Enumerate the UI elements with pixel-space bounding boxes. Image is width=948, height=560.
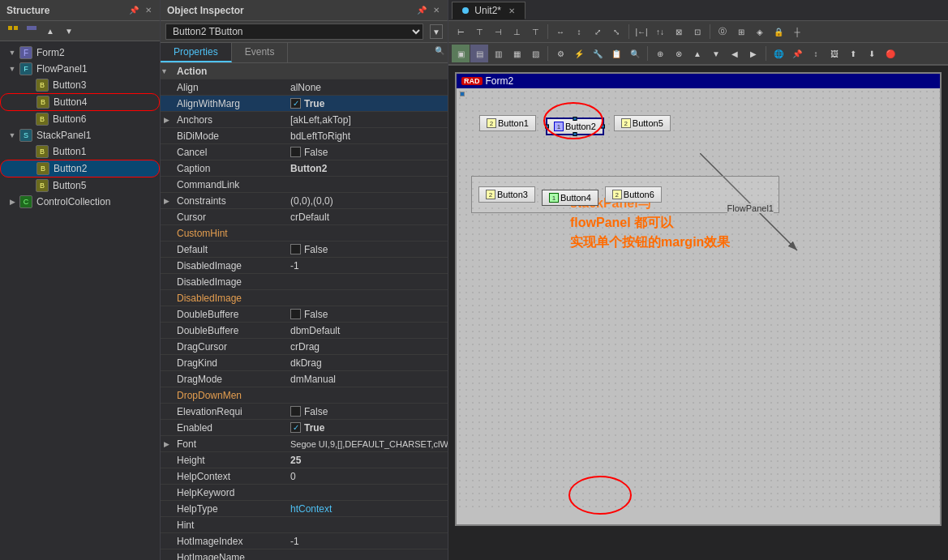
tree-item-flowpanel1[interactable]: ▼ F FlowPanel1 [0,61,160,77]
prop-row-alignwithmargins[interactable]: AlignWithMarg ✓ True [161,96,448,112]
prop-row-dragcursor[interactable]: DragCursor crDrag [161,339,448,355]
tb2-23[interactable]: 🔴 [882,45,899,62]
prop-row-bidimode[interactable]: BiDiMode bdLeftToRight [161,128,448,144]
tb-size-height[interactable]: ↕ [570,23,588,41]
canvas-button2[interactable]: 1 Button2 [546,118,604,135]
tree-expand-form2[interactable]: ▼ [6,47,18,58]
elevationrequired-checkbox[interactable] [290,406,301,417]
prop-row-font[interactable]: ▶ Font Segoe UI,9,[],DEFAULT_CHARSET,clW… [161,436,448,452]
prop-row-helpcontext[interactable]: HelpContext 0 [161,468,448,485]
prop-row-constraints[interactable]: ▶ Constraints (0,0),(0,0) [161,193,448,209]
toolbar-icon-btn-2[interactable] [24,24,40,38]
tb2-20[interactable]: 🖼 [826,45,843,62]
prop-row-hint[interactable]: Hint [161,517,448,533]
prop-section-action[interactable]: ▼ Action [161,63,448,79]
tree-item-button1[interactable]: B Button1 [0,143,160,160]
prop-row-align[interactable]: Align alNone [161,79,448,96]
doublebuffered-checkbox[interactable] [290,309,301,319]
handle-bottom[interactable] [573,132,577,136]
tree-expand-flowpanel1[interactable]: ▼ [6,63,18,75]
tb2-10[interactable]: 🔍 [626,45,644,62]
selector-dropdown-icon[interactable]: ▼ [430,24,443,39]
canvas-button6[interactable]: 2 Button6 [605,186,662,203]
tab-unit2-close[interactable]: ✕ [508,6,515,15]
canvas-button3[interactable]: 2 Button3 [478,186,535,203]
prop-row-commandlink[interactable]: CommandLink [161,177,448,193]
tb-lock[interactable]: 🔒 [770,23,787,41]
search-toggle-btn[interactable]: 🔍 [431,43,448,58]
prop-row-anchors[interactable]: ▶ Anchors [akLeft,akTop] [161,112,448,128]
canvas-button4[interactable]: 1 Button4 [542,190,598,206]
tb2-7[interactable]: ⚡ [570,45,588,62]
tree-item-button3[interactable]: B Button3 [0,77,160,93]
tree-item-button6[interactable]: B Button6 [0,111,160,127]
tb-snap[interactable]: ◈ [751,23,769,41]
tab-events[interactable]: Events [232,43,289,62]
prop-row-dragkind[interactable]: DragKind dkDrag [161,355,448,371]
prop-row-disabledimage3[interactable]: DisabledImage [161,290,448,306]
handle-right[interactable] [601,125,605,129]
structure-close-icon[interactable]: ✕ [144,5,153,15]
tree-item-controlcollection[interactable]: ▶ C ControlCollection [0,194,160,210]
tb-align-left[interactable]: ⊢ [452,23,470,41]
alignwithmargins-checkbox[interactable]: ✓ [290,98,301,109]
prop-row-disabledimage1[interactable]: DisabledImage -1 [161,258,448,274]
prop-row-doublebuffered[interactable]: DoubleBuffere False [161,306,448,323]
tb2-19[interactable]: ↕ [807,45,825,62]
tb2-5[interactable]: ▧ [526,45,544,62]
tb2-8[interactable]: 🔧 [589,45,607,62]
tree-item-button5[interactable]: B Button5 [0,177,160,194]
tb2-16[interactable]: ▶ [744,45,762,62]
tab-properties[interactable]: Properties [161,43,232,62]
object-selector[interactable]: Button2 TButton [165,24,423,40]
prop-row-customhint[interactable]: CustomHint [161,225,448,242]
tree-item-button4[interactable]: B Button4 [0,93,160,111]
tree-item-form2[interactable]: ▼ F Form2 [0,45,160,61]
tb2-6[interactable]: ⚙ [551,45,569,62]
tb2-18[interactable]: 📌 [788,45,806,62]
prop-row-cursor[interactable]: Cursor crDefault [161,209,448,225]
prop-row-helptype[interactable]: HelpType htContext [161,501,448,517]
cancel-checkbox[interactable] [290,147,301,157]
handle-left[interactable] [545,125,549,129]
tab-unit2[interactable]: Unit2* ✕ [452,2,525,19]
prop-row-disabledimage2[interactable]: DisabledImage [161,274,448,290]
tree-expand-controlcollection[interactable]: ▶ [6,196,18,207]
resize-handle-topleft[interactable] [460,92,465,96]
tree-item-stackpanel1[interactable]: ▼ S StackPanel1 [0,127,160,143]
tb2-4[interactable]: ▦ [508,45,525,62]
tb-size-width[interactable]: ↔ [551,23,569,41]
structure-pin-icon[interactable]: 📌 [127,5,140,15]
default-checkbox[interactable] [290,244,301,254]
tb2-9[interactable]: 📋 [607,45,625,62]
prop-row-dragmode[interactable]: DragMode dmManual [161,371,448,387]
tb2-17[interactable]: 🌐 [770,45,787,62]
tb2-22[interactable]: ⬇ [863,45,881,62]
tb-space-h[interactable]: |←| [633,23,650,41]
toolbar-icon-btn-1[interactable] [5,24,21,38]
form-canvas[interactable]: RAD Form2 stackPanel与 flowPanel 都可以 实现单个… [455,72,942,526]
enabled-checkbox[interactable]: ✓ [290,422,301,433]
toolbar-down-btn[interactable]: ▼ [61,24,77,38]
inspector-pin-icon[interactable]: 📌 [415,5,428,15]
tb-guide[interactable]: ┼ [788,23,806,41]
toolbar-up-btn[interactable]: ▲ [42,24,58,38]
prop-row-doublebufferedmode[interactable]: DoubleBuffere dbmDefault [161,323,448,339]
prop-row-default[interactable]: Default False [161,242,448,258]
tree-item-button2[interactable]: B Button2 [0,160,160,177]
tb-space-v[interactable]: ↑↓ [651,23,669,41]
inspector-close-icon[interactable]: ✕ [431,5,441,15]
prop-row-enabled[interactable]: Enabled ✓ True [161,420,448,436]
canvas-button1[interactable]: 2 Button1 [479,115,536,131]
tb-tab-order[interactable]: ⓪ [714,23,731,41]
tb-center-h[interactable]: ⊠ [670,23,688,41]
tb2-3[interactable]: ▥ [489,45,507,62]
prop-row-hotimagename[interactable]: HotImageName [161,549,448,560]
prop-row-cancel[interactable]: Cancel False [161,144,448,160]
tb2-2[interactable]: ▤ [470,45,488,62]
tb-size-shrink[interactable]: ⤡ [607,23,625,41]
prop-row-height[interactable]: Height 25 [161,452,448,468]
tb2-11[interactable]: ⊕ [651,45,669,62]
tb2-1[interactable]: ▣ [452,45,470,62]
tb2-12[interactable]: ⊗ [670,45,688,62]
